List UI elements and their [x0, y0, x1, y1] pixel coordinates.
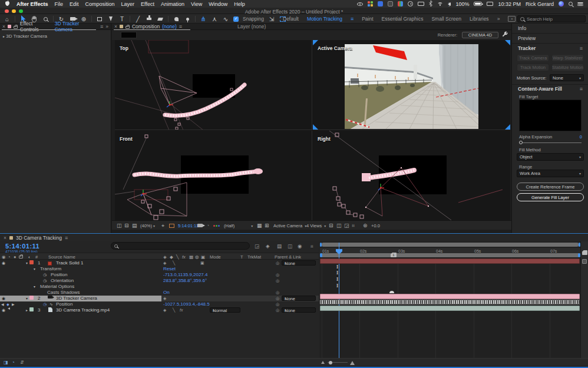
workspace-essential-graphics[interactable]: Essential Graphics: [382, 16, 424, 22]
menu-after-effects[interactable]: After Effects: [16, 1, 48, 7]
stopwatch-icon[interactable]: ◷: [43, 272, 47, 278]
brush-tool-icon[interactable]: ╱: [134, 15, 141, 23]
tracker-panel-header[interactable]: Tracker ≡: [512, 44, 588, 52]
tab-overflow-icon[interactable]: »: [105, 24, 108, 29]
timeline-button-icon[interactable]: ◲: [344, 221, 349, 230]
create-reference-frame-button[interactable]: Create Reference Frame: [517, 183, 584, 191]
timeline-tab[interactable]: 3D Camera Tracking: [16, 235, 62, 241]
effect-item-label[interactable]: 3D Tracker Camera: [6, 34, 47, 39]
panel-menu-icon[interactable]: ≡: [179, 24, 182, 29]
joint-tool-active-icon[interactable]: ⋔: [200, 15, 207, 23]
workspace-motion-tracking[interactable]: Motion Tracking: [307, 16, 342, 22]
panel-menu-icon[interactable]: ≡: [580, 86, 583, 92]
composition-tab[interactable]: Composition: [132, 24, 160, 29]
parent-link-column-header[interactable]: Parent & Link: [275, 254, 301, 260]
workspace-default[interactable]: Default: [283, 16, 299, 22]
close-tab-icon[interactable]: ×: [2, 24, 5, 29]
eye-icon[interactable]: ◉: [2, 296, 5, 301]
close-tab-icon[interactable]: ×: [4, 235, 6, 241]
twirl-icon[interactable]: ▾: [26, 260, 28, 266]
input-source-icon[interactable]: [487, 2, 493, 6]
menu-animation[interactable]: Animation: [161, 1, 184, 7]
workspace-small-screen[interactable]: Small Screen: [431, 16, 461, 22]
wifi-icon[interactable]: [437, 2, 443, 6]
blend-mode-dropdown[interactable]: Normal▾: [210, 307, 240, 313]
property-row-orientation[interactable]: ◷ Orientation 283.8°,358.8°,359.6° ◎: [0, 278, 319, 284]
parent-dropdown[interactable]: None▾: [282, 260, 316, 266]
parent-pickwhip-icon[interactable]: ◎: [276, 307, 279, 313]
frame-blending-icon[interactable]: ◫: [288, 243, 292, 249]
menu-help[interactable]: Help: [234, 1, 245, 7]
motion-source-dropdown[interactable]: None▾: [550, 74, 584, 81]
exposure-value[interactable]: +0.0: [371, 221, 380, 230]
marker-widget[interactable]: [582, 259, 587, 264]
casts-shadows-value[interactable]: On: [163, 290, 170, 296]
collapse-switch-icon[interactable]: ◈: [163, 296, 166, 301]
eye-icon[interactable]: ◉: [2, 260, 5, 266]
zoom-out-mountain-icon[interactable]: [321, 361, 325, 364]
hide-shy-layers-icon[interactable]: ▤: [277, 243, 282, 249]
workspace-menu-icon[interactable]: ≡: [351, 16, 354, 22]
quality-switch-icon[interactable]: ╲: [173, 260, 175, 266]
camera-position-value[interactable]: -1027.5,1093.4,-848.5: [163, 301, 210, 307]
graph-editor-icon[interactable]: ⌗: [310, 243, 313, 250]
toggle-switches-icon[interactable]: ◨: [4, 360, 8, 365]
transform-reset[interactable]: Reset: [163, 266, 176, 272]
menubar-user-name[interactable]: Rick Gerard: [526, 1, 554, 7]
lock-icon[interactable]: [14, 26, 18, 29]
viewer-timecode[interactable]: 5:14:01:11: [178, 221, 199, 230]
group-label[interactable]: Transform: [40, 266, 61, 272]
layer-name[interactable]: 3D Tracker Camera: [56, 296, 97, 301]
spotlight-search-icon[interactable]: [569, 2, 573, 6]
status-app-icon[interactable]: [388, 1, 393, 6]
time-navigator-bar[interactable]: [322, 243, 579, 247]
menu-layer[interactable]: Layer: [121, 1, 135, 7]
snapshot-icon[interactable]: [197, 221, 203, 230]
graph-toggle-icon[interactable]: ∿: [49, 301, 53, 307]
audio-icon[interactable]: [8, 307, 10, 310]
keyframe-marker[interactable]: I: [336, 277, 338, 282]
camera-layer-bar[interactable]: [320, 294, 580, 299]
comp-marker[interactable]: 1: [391, 253, 397, 257]
timeline-search-input[interactable]: [120, 243, 238, 248]
viewport-right[interactable]: Right: [313, 131, 510, 220]
help-search-box[interactable]: [517, 15, 586, 22]
layer-name[interactable]: Track Solid 1: [56, 260, 83, 266]
choose-grid-icon[interactable]: ⌖: [161, 221, 164, 230]
quality-switch-icon[interactable]: ╲: [173, 307, 175, 313]
property-row-casts-shadows[interactable]: Casts Shadows On ◎: [0, 290, 319, 296]
twirl-icon[interactable]: ▾: [26, 296, 28, 301]
effect-item[interactable]: ▸ 3D Tracker Camera: [3, 34, 47, 39]
layer-color-swatch[interactable]: [29, 296, 34, 300]
roto-brush-tool-icon[interactable]: [173, 15, 180, 23]
effect-controls-tab[interactable]: Effect Controls: [20, 21, 52, 32]
status-display-icon[interactable]: [418, 2, 424, 6]
panel-menu-icon[interactable]: ≡: [65, 235, 68, 241]
show-channel-icon[interactable]: [213, 221, 220, 230]
footage-layer-bar[interactable]: [320, 306, 580, 311]
property-row-position[interactable]: ◷ Position -713.0,1135.9,2027.4 ◎: [0, 272, 319, 278]
renderer-settings-wrench-icon[interactable]: [502, 31, 508, 38]
joint-tool-icon[interactable]: ⋏: [211, 15, 218, 23]
status-app-grid-icon[interactable]: [368, 1, 373, 6]
property-label[interactable]: Casts Shadows: [47, 290, 80, 296]
stopwatch-icon-active[interactable]: ◷: [43, 301, 47, 307]
zoom-in-mountain-icon[interactable]: [350, 361, 355, 366]
3d-layer-switch-icon[interactable]: ▣: [200, 260, 204, 266]
twirl-icon[interactable]: ▾: [34, 284, 35, 290]
group-label[interactable]: Material Options: [40, 284, 74, 290]
property-label[interactable]: Position: [56, 301, 72, 307]
position-value[interactable]: -713.0,1135.9,2027.4: [163, 272, 207, 278]
effect-controls-tab-target[interactable]: 3D Tracker Camera: [55, 21, 98, 32]
solid-layer-bar[interactable]: [320, 258, 580, 264]
layer-tab[interactable]: Layer (none): [237, 24, 266, 29]
transparency-grid-icon[interactable]: ⊞: [265, 221, 269, 230]
snapping-checkbox[interactable]: ✓: [233, 16, 239, 22]
pixel-aspect-icon[interactable]: ⊟: [329, 221, 333, 230]
window-title-bar[interactable]: Adobe After Effects 2020 – Untitled Proj…: [0, 8, 588, 14]
menu-window[interactable]: Window: [209, 1, 227, 7]
workspace-libraries[interactable]: Libraries: [470, 16, 489, 22]
source-name-column-header[interactable]: Source Name: [48, 254, 75, 260]
layer-color-swatch[interactable]: [29, 260, 34, 264]
keyframe-toggle-icon[interactable]: ◆: [6, 301, 9, 307]
